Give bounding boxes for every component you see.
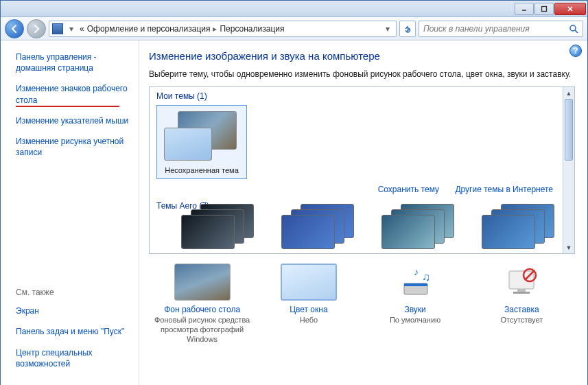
close-button[interactable]	[554, 3, 586, 15]
bottom-settings-row: Фон рабочего стола Фоновый рисунок средс…	[149, 254, 575, 344]
back-button[interactable]	[5, 19, 24, 38]
themes-scrollpane: Мои темы (1) Несохраненная тема Сохранит…	[149, 86, 575, 254]
sidebar-mouse-pointers-link[interactable]: Изменение указателей мыши	[16, 115, 132, 126]
aero-theme-item[interactable]	[482, 215, 556, 238]
desktop-background-icon	[174, 264, 231, 301]
sidebar-home-link[interactable]: Панель управления - домашняя страница	[16, 51, 132, 73]
breadcrumb-root-dropdown[interactable]: ▾	[66, 24, 77, 34]
sounds-setting[interactable]: ♪♫ Звуки По умолчанию	[367, 264, 463, 344]
desktop-background-value: Фоновый рисунок средства просмотра фотог…	[154, 316, 250, 344]
aero-themes-row	[156, 215, 556, 238]
my-themes-label: Мои темы (1)	[156, 91, 556, 101]
scroll-thumb[interactable]	[565, 99, 573, 161]
page-description: Выберите тему, чтобы одновременно измени…	[149, 69, 575, 80]
personalization-window: ▾ « Оформление и персонализация ▸ Персон…	[0, 0, 588, 385]
main-panel: ? Изменение изображения и звука на компь…	[139, 40, 587, 385]
sidebar: Панель управления - домашняя страница Из…	[1, 40, 139, 385]
scroll-down-icon[interactable]: ▼	[563, 242, 574, 253]
svg-rect-12	[513, 292, 530, 294]
breadcrumb-sep-icon: ▸	[213, 24, 217, 34]
window-color-title: Цвет окна	[261, 305, 357, 314]
svg-rect-11	[517, 289, 526, 292]
help-button[interactable]: ?	[569, 45, 582, 57]
svg-text:♫: ♫	[422, 271, 430, 283]
desktop-background-setting[interactable]: Фон рабочего стола Фоновый рисунок средс…	[154, 264, 250, 344]
scroll-up-icon[interactable]: ▲	[563, 87, 574, 99]
svg-line-5	[575, 30, 578, 33]
breadcrumb-seg-personalization[interactable]: Персонализация	[220, 24, 284, 34]
window-color-icon	[281, 264, 337, 301]
screensaver-icon	[493, 264, 550, 301]
sidebar-ease-of-access-link[interactable]: Центр специальных возможностей	[16, 347, 132, 369]
aero-theme-item[interactable]	[281, 215, 355, 238]
minimize-button[interactable]	[515, 3, 534, 15]
sounds-title: Звуки	[367, 305, 463, 314]
more-themes-online-link[interactable]: Другие темы в Интернете	[455, 185, 553, 194]
body: Панель управления - домашняя страница Из…	[1, 40, 587, 385]
svg-point-4	[570, 25, 576, 31]
desktop-background-title: Фон рабочего стола	[154, 305, 250, 314]
theme-item-selected[interactable]: Несохраненная тема	[156, 105, 247, 179]
save-theme-link[interactable]: Сохранить тему	[378, 185, 439, 194]
screensaver-title: Заставка	[473, 305, 569, 314]
search-icon	[569, 24, 578, 34]
sidebar-account-picture-link[interactable]: Изменение рисунка учетной записи	[16, 136, 132, 158]
page-title: Изменение изображения и звука на компьют…	[149, 50, 575, 62]
forward-button[interactable]	[27, 19, 46, 38]
breadcrumb-history-dropdown[interactable]: ▾	[382, 24, 393, 34]
sidebar-display-link[interactable]: Экран	[16, 305, 132, 316]
svg-rect-1	[542, 6, 547, 11]
sidebar-taskbar-link[interactable]: Панель задач и меню "Пуск"	[16, 326, 132, 337]
sidebar-desktop-icons-link[interactable]: Изменение значков рабочего стола	[16, 83, 132, 105]
sounds-value: По умолчанию	[367, 316, 463, 325]
screensaver-setting[interactable]: Заставка Отсутствует	[473, 264, 569, 344]
window-color-value: Небо	[261, 316, 357, 325]
aero-theme-item[interactable]	[381, 215, 456, 238]
navbar: ▾ « Оформление и персонализация ▸ Персон…	[1, 17, 587, 40]
see-also-label: См. также	[16, 288, 132, 297]
themes-content: Мои темы (1) Несохраненная тема Сохранит…	[150, 87, 563, 253]
theme-thumbnail	[164, 111, 239, 161]
aero-theme-item[interactable]	[181, 215, 255, 238]
control-panel-icon	[52, 23, 63, 34]
search-box[interactable]	[419, 21, 583, 37]
refresh-button[interactable]	[399, 21, 416, 37]
breadcrumb[interactable]: ▾ « Оформление и персонализация ▸ Персон…	[49, 21, 397, 37]
theme-actions: Сохранить тему Другие темы в Интернете	[156, 180, 556, 201]
breadcrumb-seg-appearance[interactable]: Оформление и персонализация	[87, 24, 211, 34]
theme-name: Несохраненная тема	[161, 166, 242, 174]
maximize-button[interactable]	[534, 3, 554, 15]
search-input[interactable]	[423, 24, 569, 34]
screensaver-value: Отсутствует	[473, 316, 569, 325]
breadcrumb-prefix: «	[80, 24, 84, 34]
titlebar	[1, 1, 587, 17]
svg-text:♪: ♪	[414, 266, 419, 277]
svg-rect-9	[404, 283, 427, 286]
scrollbar[interactable]: ▲ ▼	[563, 87, 574, 253]
sounds-icon: ♪♫	[387, 264, 443, 301]
window-color-setting[interactable]: Цвет окна Небо	[261, 264, 357, 344]
